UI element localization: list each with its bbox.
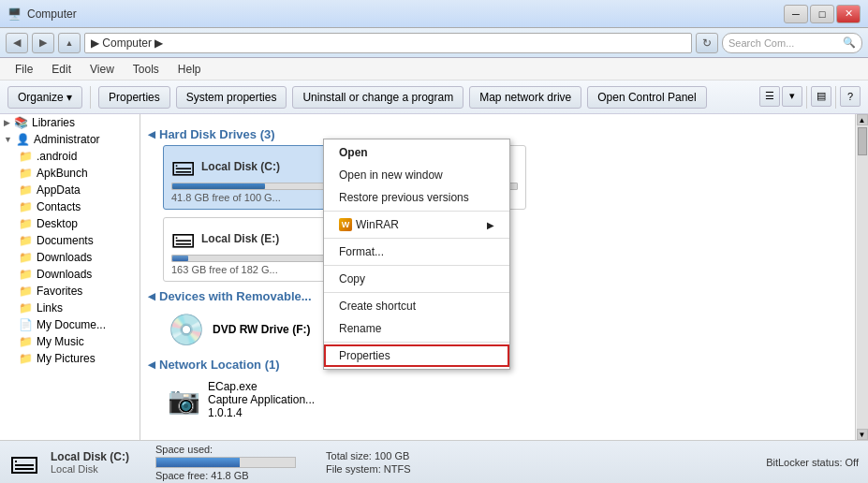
help-button[interactable]: ? <box>840 86 861 107</box>
drive-c-header: 🖴 Local Disk (C:) <box>171 152 332 181</box>
downloads-label: Downloads <box>37 251 92 264</box>
search-box[interactable]: Search Com... 🔍 <box>722 33 862 53</box>
status-bar-fill <box>156 458 240 467</box>
sidebar-item-links[interactable]: 📁 Links <box>0 300 140 316</box>
documents-label: Documents <box>37 234 94 247</box>
ctx-winrar[interactable]: W WinRAR ▶ <box>324 213 509 236</box>
menu-file[interactable]: File <box>7 61 40 78</box>
view-list-button[interactable]: ☰ <box>759 86 780 107</box>
dvd-icon: 💿 <box>168 312 205 347</box>
folder-icon-downloads: 📁 <box>19 251 33 264</box>
back-button[interactable]: ◀ <box>6 33 28 53</box>
address-bar: ◀ ▶ ▲ ▶ Computer ▶ ↻ Search Com... 🔍 <box>0 28 868 58</box>
menu-help[interactable]: Help <box>170 61 209 78</box>
drive-c-icon: 🖴 <box>171 152 196 181</box>
sidebar-item-favorites[interactable]: 📁 Favorites <box>0 283 140 300</box>
address-path[interactable]: ▶ Computer ▶ <box>84 33 692 53</box>
organize-button[interactable]: Organize ▾ <box>7 86 82 109</box>
network-drive-item[interactable]: 📷 ECap.exe Capture Application... 1.0.1.… <box>163 375 463 424</box>
ctx-properties[interactable]: Properties <box>324 344 509 367</box>
map-network-label: Map network drive <box>479 91 571 104</box>
menu-edit[interactable]: Edit <box>44 61 79 78</box>
scrollbar[interactable]: ▲ ▼ <box>855 114 868 440</box>
scroll-up-button[interactable]: ▲ <box>857 114 868 125</box>
search-input[interactable]: Search Com... <box>728 37 839 49</box>
drive-c[interactable]: 🖴 Local Disk (C:) 41.8 GB free of 100 G.… <box>163 145 341 210</box>
ctx-restore-previous[interactable]: Restore previous versions <box>324 186 509 209</box>
mymusic-label: My Music <box>37 335 84 348</box>
ctx-format[interactable]: Format... <box>324 241 509 263</box>
libraries-label: Libraries <box>32 116 75 129</box>
sidebar-item-appdata[interactable]: 📁 AppData <box>0 182 140 198</box>
system-properties-button[interactable]: System properties <box>176 86 287 109</box>
view-dropdown-button[interactable]: ▾ <box>782 86 802 107</box>
folder-icon-desktop: 📁 <box>19 217 33 230</box>
links-label: Links <box>37 301 63 315</box>
folder-icon-documents: 📁 <box>19 234 33 247</box>
up-button[interactable]: ▲ <box>58 33 81 53</box>
sidebar-item-downloads2[interactable]: 📁 Downloads <box>0 266 140 283</box>
menu-view[interactable]: View <box>82 61 122 78</box>
sidebar-item-apkbunch[interactable]: 📁 ApkBunch <box>0 165 140 182</box>
menu-tools[interactable]: Tools <box>125 61 167 78</box>
search-icon: 🔍 <box>843 37 856 49</box>
folder-icon-apkbunch: 📁 <box>19 167 33 180</box>
sidebar-item-desktop[interactable]: 📁 Desktop <box>0 215 140 232</box>
preview-pane-button[interactable]: ▤ <box>811 86 831 107</box>
control-panel-button[interactable]: Open Control Panel <box>587 86 706 109</box>
ctx-open[interactable]: Open <box>324 141 509 164</box>
sidebar-item-downloads[interactable]: 📁 Downloads <box>0 249 140 266</box>
drive-c-free: 41.8 GB free of 100 G... <box>171 192 332 203</box>
system-properties-label: System properties <box>186 91 277 104</box>
ctx-separator-5 <box>324 342 509 343</box>
ctx-copy-label: Copy <box>339 272 365 285</box>
close-button[interactable]: ✕ <box>836 5 861 23</box>
sidebar-item-mypictures[interactable]: 📁 My Pictures <box>0 350 140 367</box>
scroll-down-button[interactable]: ▼ <box>857 429 868 440</box>
ctx-open-label: Open <box>339 146 368 159</box>
ctx-create-shortcut-label: Create shortcut <box>339 300 416 313</box>
android-label: .android <box>37 150 77 163</box>
forward-button[interactable]: ▶ <box>32 33 54 53</box>
sidebar-item-contacts[interactable]: 📁 Contacts <box>0 198 140 215</box>
network-icon: 📷 <box>168 385 200 416</box>
drive-c-info: Local Disk (C:) <box>201 160 280 173</box>
ctx-format-label: Format... <box>339 245 384 258</box>
sidebar-item-android[interactable]: 📁 .android <box>0 148 140 165</box>
folder-icon-favorites: 📁 <box>19 285 33 298</box>
sidebar-item-documents[interactable]: 📁 Documents <box>0 232 140 249</box>
hard-disk-section-label: Hard Disk Drives (3) <box>159 127 275 141</box>
sidebar-item-administrator[interactable]: ▼ 👤 Administrator <box>0 131 140 148</box>
maximize-button[interactable]: □ <box>810 5 834 23</box>
ctx-rename[interactable]: Rename <box>324 317 509 340</box>
properties-button[interactable]: Properties <box>98 86 170 109</box>
uninstall-button[interactable]: Uninstall or change a program <box>292 86 463 109</box>
ctx-separator-3 <box>324 265 509 266</box>
removable-section-label: Devices with Removable... <box>159 289 312 303</box>
view-separator2 <box>835 86 836 109</box>
map-network-button[interactable]: Map network drive <box>469 86 581 109</box>
status-filesystem: File system: NTFS <box>326 463 410 475</box>
ctx-open-new-window[interactable]: Open in new window <box>324 164 509 186</box>
sidebar-item-mydocuments[interactable]: 📄 My Docume... <box>0 316 140 333</box>
folder-icon-contacts: 📁 <box>19 200 33 213</box>
administrator-label: Administrator <box>34 133 100 146</box>
refresh-button[interactable]: ↻ <box>696 33 718 53</box>
drive-e-header: 🖴 Local Disk (E:) <box>171 224 332 253</box>
drive-c-bar-container <box>171 183 332 190</box>
sidebar-item-mymusic[interactable]: 📁 My Music <box>0 333 140 350</box>
drive-e[interactable]: 🖴 Local Disk (E:) 163 GB free of 182 G..… <box>163 217 341 282</box>
menu-bar: File Edit View Tools Help <box>0 58 868 80</box>
scroll-track <box>857 125 868 429</box>
sidebar-item-libraries[interactable]: ▶ 📚 Libraries <box>0 114 140 131</box>
drive-e-name: Local Disk (E:) <box>201 232 279 245</box>
libraries-icon: 📚 <box>14 116 28 129</box>
minimize-button[interactable]: ─ <box>784 5 808 23</box>
folder-icon-appdata: 📁 <box>19 183 33 197</box>
scroll-thumb[interactable] <box>858 127 867 155</box>
ctx-copy[interactable]: Copy <box>324 268 509 290</box>
ctx-create-shortcut[interactable]: Create shortcut <box>324 295 509 317</box>
status-total-fs: Total size: 100 GB File system: NTFS <box>326 450 410 475</box>
folder-icon-links: 📁 <box>19 301 33 315</box>
collapse-icon2: ▼ <box>4 135 12 144</box>
